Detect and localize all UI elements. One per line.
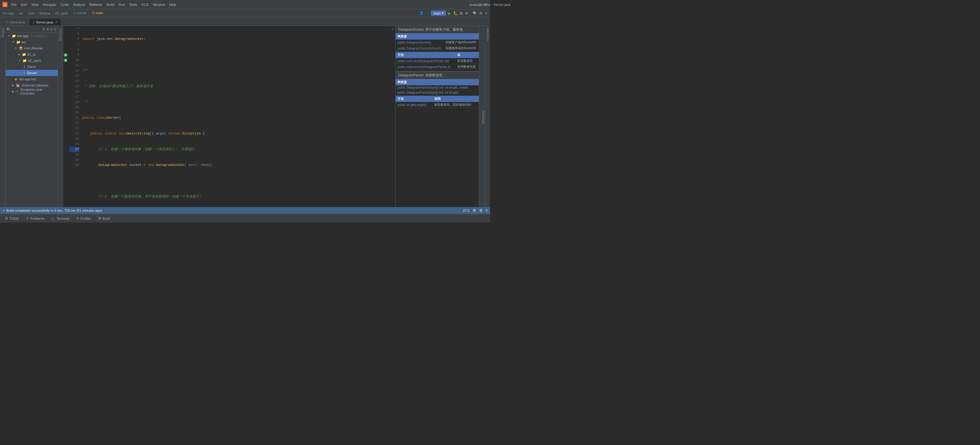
sidebar-settings-icon[interactable]: ⚙ xyxy=(42,27,45,31)
server-java-label: Server.java xyxy=(36,21,53,24)
tree-client[interactable]: J Client xyxy=(6,64,58,70)
run-button[interactable]: ▶ xyxy=(448,11,451,16)
menu-help[interactable]: Help xyxy=(167,2,178,7)
statusbar-right: 27:1 英 英 4 xyxy=(463,208,487,213)
menu-build[interactable]: Build xyxy=(105,2,116,7)
line-num-11: 11 xyxy=(69,63,79,68)
tree-external-libs[interactable]: ▶ 📚 External Libraries xyxy=(6,82,58,89)
back-icon[interactable]: ← xyxy=(426,11,429,15)
breadcrumb-itheima[interactable]: itheima xyxy=(39,11,50,15)
line-num-21: 21 xyxy=(69,115,79,120)
structure-label[interactable]: Structure xyxy=(58,26,63,44)
breadcrumb-main[interactable]: ⬡ main xyxy=(92,11,103,15)
toolbar-sep xyxy=(471,11,471,16)
menu-vcs[interactable]: VCS xyxy=(140,2,150,7)
build-label: Build xyxy=(102,217,110,220)
problems-tab[interactable]: ⚠ Problems xyxy=(23,215,48,222)
client-java-icon: J xyxy=(6,21,8,24)
project-label[interactable]: P... xyxy=(7,27,11,31)
sidebar-gear-icon[interactable]: ☰ xyxy=(54,27,57,31)
expand-arrow-d2: ▼ xyxy=(18,59,21,62)
sidebar-collapse-icon[interactable]: ⊟ xyxy=(50,27,52,31)
line-num-6: 6 xyxy=(69,36,79,42)
tree-d1-ip[interactable]: ▶ 📁 d1_ip xyxy=(6,51,58,57)
line-num-8: 8 xyxy=(69,47,79,52)
profiler-tab[interactable]: ◷ Profiler xyxy=(73,215,94,222)
line-num-17: 17 xyxy=(69,94,79,100)
tree-server[interactable]: J Server xyxy=(6,70,58,76)
editor-tabs: J Client.java J Server.java ✕ xyxy=(0,17,490,26)
tab-server-java[interactable]: J Server.java ✕ xyxy=(29,18,62,25)
git-icon[interactable]: ↗ xyxy=(484,11,487,16)
code-line-12: DatagramSocket socket = new DatagramSock… xyxy=(82,163,391,168)
tree-src[interactable]: ▼ 📂 src xyxy=(6,39,58,45)
menu-analyze[interactable]: Analyze xyxy=(71,2,87,7)
doc-title-1: DatagramSocket: 用于创建客户端、服务端 xyxy=(396,26,479,33)
code-line-13 xyxy=(82,178,391,184)
menu-file[interactable]: File xyxy=(9,2,19,7)
menu-run[interactable]: Run xyxy=(117,2,127,7)
run-config-label: main xyxy=(433,11,441,15)
tree-net-app[interactable]: ▼ 📁 net-app D:\code\javas xyxy=(6,33,58,39)
structure-panel[interactable]: Structure xyxy=(58,26,63,207)
breadcrumb-d2upd1[interactable]: d2_upd1 xyxy=(55,11,68,15)
code-line-6: /** xyxy=(82,68,391,73)
expand-arrow-scr: ▶ xyxy=(12,90,14,93)
build-icon: ⚙ xyxy=(98,216,101,220)
breadcrumb-com[interactable]: com xyxy=(28,11,35,15)
settings-icon[interactable]: ⚙ xyxy=(479,11,482,16)
tab-client-java[interactable]: J Client.java xyxy=(2,18,29,25)
favorites-label[interactable]: Favorites xyxy=(485,26,490,42)
menu-refactor[interactable]: Refactor xyxy=(88,2,104,7)
run-main-icon[interactable]: ▶ xyxy=(64,59,67,62)
menu-view[interactable]: View xyxy=(29,2,41,7)
col-desc-1: 说 xyxy=(455,52,479,58)
lf-label: 英 xyxy=(479,208,482,213)
database-sidebar[interactable]: Database xyxy=(479,26,485,207)
code-line-14: // 2. 创建一个数据包对象，用于接收数据的（创建一个非菜盘子） xyxy=(82,194,391,200)
search-icon[interactable]: 🔍 xyxy=(473,11,477,16)
tree-scratches[interactable]: ▶ ✏ Scratches and Consoles xyxy=(6,89,58,95)
dp-getlength-desc: 获取数据包，实际接收到的 xyxy=(434,103,471,106)
account-icon[interactable]: 👤 xyxy=(420,11,424,15)
close-tab-icon[interactable]: ✕ xyxy=(55,21,57,24)
menu-code[interactable]: Code xyxy=(59,2,70,7)
menu-edit[interactable]: Edit xyxy=(19,2,29,7)
sidebar-expand-icon[interactable]: ⊞ xyxy=(46,27,49,31)
tree-d2-upd1[interactable]: ▼ 📁 d2_upd1 xyxy=(6,57,58,64)
menu-navigate[interactable]: Navigate xyxy=(41,2,58,7)
breadcrumb-server[interactable]: ⬡ Server xyxy=(73,11,87,15)
todo-tab[interactable]: ☰ TODO xyxy=(2,215,22,222)
indent-label: 4 xyxy=(486,209,487,212)
expand-arrow-d1: ▶ xyxy=(18,53,21,56)
gutter-run-main[interactable]: ▶ xyxy=(63,57,69,63)
gutter-blank-3 xyxy=(63,36,69,42)
todo-label: TODO xyxy=(9,217,19,220)
breadcrumb-netapp[interactable]: net-app xyxy=(3,11,14,15)
debug-button[interactable]: 🐛 xyxy=(453,11,458,16)
tree-net-app-iml[interactable]: ◆ net-app.iml xyxy=(6,76,58,82)
coverage-button[interactable]: ⊠ xyxy=(460,11,463,16)
menu-tools[interactable]: Tools xyxy=(127,2,139,7)
project-tab[interactable]: Project xyxy=(0,26,6,39)
build-status: ✓ Build completed successfully in 2 sec,… xyxy=(3,209,102,212)
menu-window[interactable]: Window xyxy=(151,2,167,7)
run-config-dropdown[interactable]: main ▾ xyxy=(431,11,446,16)
code-line-11: // 1. 创建一个服务端对象（创建一个接差菜的人） 注册端口 xyxy=(82,147,391,152)
d1-icon: 📁 xyxy=(22,52,26,57)
scrollbar[interactable]: ✓ xyxy=(393,26,395,207)
code-content[interactable]: import java.net.DatagramSocket; /** * 目标… xyxy=(81,26,393,207)
more-run-button[interactable]: ≫ xyxy=(465,11,469,16)
favorites-panel[interactable]: Favorites xyxy=(485,26,490,207)
terminal-tab[interactable]: >_ Terminal xyxy=(48,215,72,222)
table-row: public void receive(DatagramPacket p) 使用… xyxy=(396,64,479,70)
sep6: › xyxy=(89,11,90,15)
build-tab[interactable]: ⚙ Build xyxy=(95,215,113,222)
line-num-26: 26 xyxy=(69,141,79,147)
tree-com-itheima[interactable]: ▼ 📦 com.itheima xyxy=(6,45,58,51)
breadcrumb-src[interactable]: src xyxy=(19,11,24,15)
run-class-icon[interactable]: ▶ xyxy=(64,53,67,57)
gutter-run-class[interactable]: ▶ xyxy=(63,52,69,57)
doc-title-2: DatagramPacket: 创建数据包 xyxy=(396,71,479,79)
menu-bar[interactable]: File Edit View Navigate Code Analyze Ref… xyxy=(9,2,178,7)
